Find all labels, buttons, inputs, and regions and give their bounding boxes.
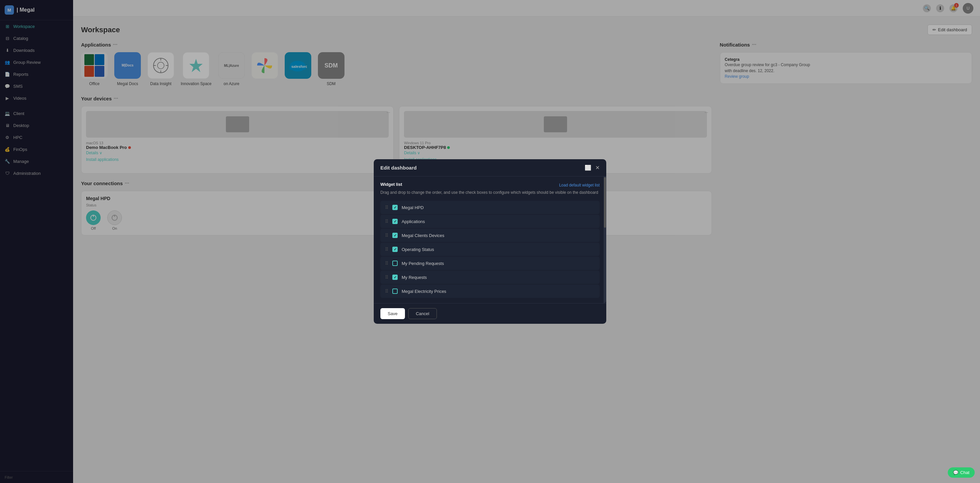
modal-description: Drag and drop to change the order, and u… [380,190,600,196]
modal-maximize-button[interactable]: ⬜ [585,164,591,171]
modal-footer: Save Cancel [374,303,606,324]
modal-scroll-wrapper: Widget list Load default widget list Dra… [374,177,606,303]
widget-checkbox-megal-clients-devices[interactable] [392,233,398,238]
drag-handle-my-requests: ⠿ [385,274,388,280]
chat-icon: 💬 [953,470,958,475]
widget-item-megal-clients-devices[interactable]: ⠿ Megal Clients Devices [380,229,600,242]
drag-handle-megal-hpd: ⠿ [385,205,388,210]
widget-item-megal-hpd[interactable]: ⠿ Megal HPD [380,201,600,214]
widget-checkbox-operating-status[interactable] [392,247,398,252]
modal-header: Edit dashboard ⬜ ✕ [374,159,606,177]
widget-label-operating-status: Operating Status [402,247,434,252]
modal-subtitle: Widget list [380,182,402,187]
modal-title: Edit dashboard [380,165,417,171]
drag-handle-megal-electricity-prices: ⠿ [385,289,388,294]
widget-list: ⠿ Megal HPD ⠿ Applications ⠿ Megal [380,201,600,298]
drag-handle-operating-status: ⠿ [385,247,388,252]
widget-label-my-requests: My Requests [402,275,427,280]
widget-item-applications[interactable]: ⠿ Applications [380,215,600,228]
scrollbar-thumb [604,177,606,228]
widget-checkbox-my-pending-requests[interactable] [392,261,398,266]
drag-handle-my-pending-requests: ⠿ [385,261,388,266]
widget-item-megal-electricity-prices[interactable]: ⠿ Megal Electricity Prices [380,285,600,298]
modal-widget-list-header: Widget list Load default widget list [380,182,600,188]
widget-item-my-pending-requests[interactable]: ⠿ My Pending Requests [380,257,600,270]
modal-scroll-content: Widget list Load default widget list Dra… [374,177,606,303]
cancel-button[interactable]: Cancel [408,308,437,319]
drag-handle-megal-clients-devices: ⠿ [385,233,388,238]
widget-checkbox-my-requests[interactable] [392,274,398,280]
modal-scrollbar[interactable] [604,177,606,303]
edit-dashboard-modal: Edit dashboard ⬜ ✕ Widget list Load defa… [374,159,606,324]
widget-item-my-requests[interactable]: ⠿ My Requests [380,271,600,284]
widget-label-my-pending-requests: My Pending Requests [402,261,444,266]
save-button[interactable]: Save [380,308,405,319]
chat-label: Chat [960,470,969,475]
widget-checkbox-megal-electricity-prices[interactable] [392,289,398,294]
widget-item-operating-status[interactable]: ⠿ Operating Status [380,243,600,256]
widget-label-megal-hpd: Megal HPD [402,205,423,210]
modal-close-button[interactable]: ✕ [595,164,600,171]
chat-button[interactable]: 💬 Chat [948,467,975,478]
widget-label-applications: Applications [402,219,425,224]
widget-checkbox-applications[interactable] [392,219,398,224]
widget-checkbox-megal-hpd[interactable] [392,205,398,210]
widget-label-megal-electricity-prices: Megal Electricity Prices [402,289,446,294]
load-default-link[interactable]: Load default widget list [559,183,600,188]
modal-overlay[interactable]: Edit dashboard ⬜ ✕ Widget list Load defa… [0,0,980,483]
modal-header-icons: ⬜ ✕ [585,164,600,171]
widget-label-megal-clients-devices: Megal Clients Devices [402,233,444,238]
drag-handle-applications: ⠿ [385,219,388,224]
